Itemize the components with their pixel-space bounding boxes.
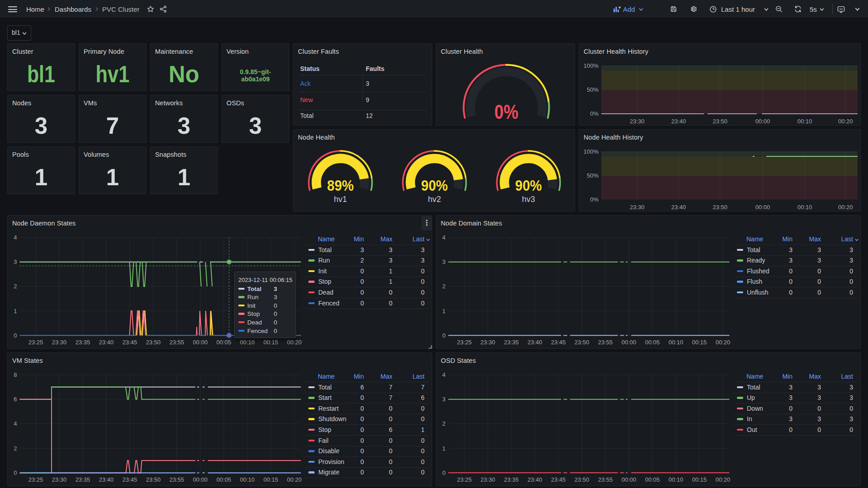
svg-text:6: 6 (14, 396, 17, 403)
svg-text:23:25: 23:25 (28, 476, 43, 483)
svg-text:23:50: 23:50 (146, 339, 161, 346)
svg-text:00:10: 00:10 (797, 204, 812, 211)
svg-text:00:20: 00:20 (838, 118, 853, 125)
svg-text:1: 1 (442, 308, 445, 314)
svg-text:00:10: 00:10 (797, 118, 812, 125)
svg-text:00:20: 00:20 (287, 476, 302, 483)
svg-text:4: 4 (442, 371, 445, 378)
svg-text:23:35: 23:35 (504, 339, 519, 346)
svg-text:hv2: hv2 (428, 195, 441, 204)
svg-text:00:20: 00:20 (716, 339, 731, 346)
svg-text:4: 4 (14, 234, 17, 241)
svg-text:23:45: 23:45 (123, 476, 137, 483)
svg-text:00:15: 00:15 (692, 339, 707, 346)
svg-text:4: 4 (442, 234, 445, 241)
svg-text:3: 3 (442, 258, 445, 265)
svg-text:23:55: 23:55 (170, 339, 184, 346)
svg-text:50%: 50% (587, 172, 599, 179)
svg-text:23:50: 23:50 (712, 118, 727, 125)
svg-text:23:40: 23:40 (99, 476, 114, 483)
svg-text:23:45: 23:45 (123, 339, 137, 346)
svg-text:00:20: 00:20 (838, 204, 853, 211)
svg-text:23:50: 23:50 (712, 204, 727, 211)
svg-text:23:50: 23:50 (146, 476, 161, 483)
svg-text:50%: 50% (587, 86, 599, 93)
svg-text:00:10: 00:10 (669, 339, 684, 346)
svg-text:00:00: 00:00 (193, 476, 208, 483)
svg-text:23:40: 23:40 (528, 476, 542, 483)
svg-text:23:30: 23:30 (630, 118, 645, 125)
svg-text:23:25: 23:25 (457, 339, 472, 346)
svg-text:0%: 0% (590, 110, 599, 117)
svg-text:23:45: 23:45 (551, 339, 566, 346)
svg-text:00:00: 00:00 (193, 339, 208, 346)
svg-text:0: 0 (14, 469, 17, 476)
svg-text:89%: 89% (327, 177, 354, 194)
svg-text:00:00: 00:00 (622, 339, 637, 346)
svg-text:23:25: 23:25 (457, 476, 472, 483)
svg-text:00:20: 00:20 (287, 339, 302, 346)
svg-text:0%: 0% (590, 196, 599, 203)
svg-text:23:40: 23:40 (528, 339, 542, 346)
svg-text:23:30: 23:30 (481, 339, 495, 346)
svg-text:00:05: 00:05 (645, 339, 660, 346)
svg-text:23:30: 23:30 (52, 339, 67, 346)
svg-text:23:30: 23:30 (481, 476, 495, 483)
svg-text:23:55: 23:55 (598, 339, 613, 346)
svg-text:23:40: 23:40 (99, 339, 114, 346)
svg-text:2: 2 (14, 283, 17, 290)
svg-text:00:10: 00:10 (669, 476, 684, 483)
svg-text:23:35: 23:35 (75, 476, 90, 483)
svg-text:23:25: 23:25 (28, 339, 43, 346)
svg-text:2: 2 (14, 445, 17, 452)
svg-text:3: 3 (14, 258, 17, 265)
svg-text:23:35: 23:35 (504, 476, 519, 483)
svg-text:1: 1 (14, 308, 17, 314)
svg-text:23:30: 23:30 (630, 204, 645, 211)
svg-text:23:50: 23:50 (575, 476, 590, 483)
svg-text:1: 1 (442, 445, 445, 452)
svg-text:2: 2 (442, 283, 445, 290)
svg-text:2: 2 (442, 420, 445, 427)
svg-text:0: 0 (442, 332, 445, 339)
svg-text:00:00: 00:00 (622, 476, 637, 483)
svg-text:00:15: 00:15 (264, 476, 278, 483)
svg-text:23:40: 23:40 (671, 204, 686, 211)
svg-text:8: 8 (14, 371, 17, 378)
svg-text:4: 4 (14, 420, 17, 427)
svg-text:00:10: 00:10 (240, 339, 255, 346)
svg-text:3: 3 (442, 396, 445, 403)
svg-text:00:05: 00:05 (217, 476, 231, 483)
svg-text:0%: 0% (495, 101, 519, 123)
svg-text:100%: 100% (584, 148, 599, 155)
svg-text:23:35: 23:35 (75, 339, 90, 346)
svg-text:23:55: 23:55 (598, 476, 613, 483)
svg-text:90%: 90% (421, 177, 448, 194)
svg-text:0: 0 (442, 469, 445, 476)
svg-text:90%: 90% (515, 177, 542, 194)
svg-text:00:15: 00:15 (264, 339, 278, 346)
svg-text:00:00: 00:00 (755, 118, 770, 125)
svg-text:hv1: hv1 (334, 195, 347, 204)
svg-text:00:05: 00:05 (645, 476, 660, 483)
svg-text:23:40: 23:40 (671, 118, 686, 125)
svg-text:00:20: 00:20 (716, 476, 731, 483)
svg-text:23:45: 23:45 (551, 476, 566, 483)
svg-text:00:10: 00:10 (240, 476, 255, 483)
svg-text:0: 0 (14, 332, 17, 339)
svg-text:23:30: 23:30 (52, 476, 67, 483)
svg-text:hv3: hv3 (522, 195, 535, 204)
svg-text:00:15: 00:15 (692, 476, 707, 483)
svg-text:23:50: 23:50 (575, 339, 590, 346)
svg-text:100%: 100% (584, 62, 599, 69)
svg-text:23:55: 23:55 (170, 476, 184, 483)
svg-text:00:05: 00:05 (217, 339, 231, 346)
svg-text:00:00: 00:00 (755, 204, 770, 211)
